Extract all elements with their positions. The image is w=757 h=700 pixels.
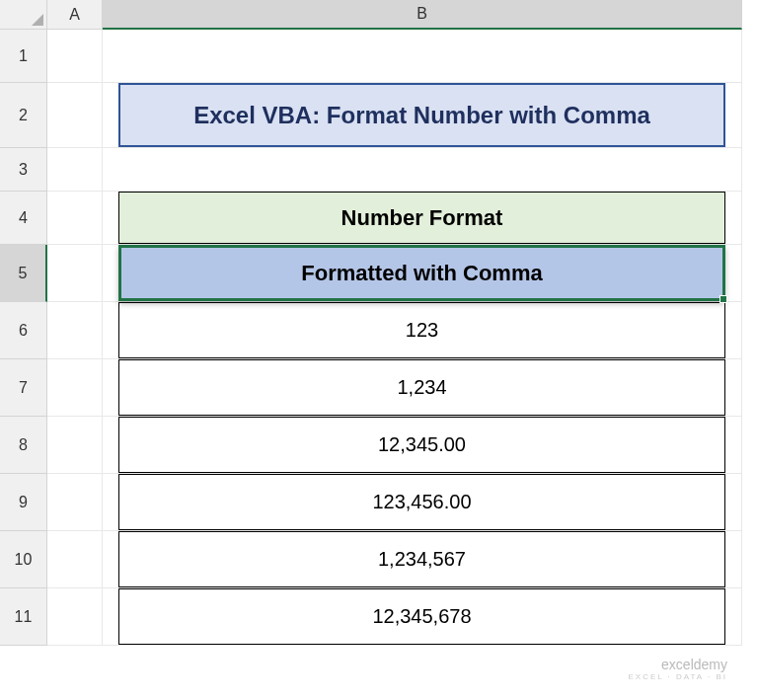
cell-b6-wrapper[interactable]: 123	[103, 302, 742, 359]
cell-b9-wrapper[interactable]: 123,456.00	[103, 474, 742, 531]
data-cell: 1,234,567	[118, 531, 725, 587]
data-cell: 123,456.00	[118, 474, 725, 530]
data-cell: 12,345.00	[118, 417, 725, 473]
cell-a3[interactable]	[47, 148, 103, 192]
row-header-6[interactable]: 6	[0, 302, 47, 359]
column-header-b[interactable]: B	[103, 0, 742, 30]
row-header-1[interactable]: 1	[0, 30, 47, 83]
fill-handle[interactable]	[719, 295, 727, 303]
cell-b10-wrapper[interactable]: 1,234,567	[103, 531, 742, 588]
cell-b2-wrapper[interactable]: Excel VBA: Format Number with Comma	[103, 83, 742, 148]
cell-a8[interactable]	[47, 417, 103, 474]
row-header-7[interactable]: 7	[0, 359, 47, 417]
data-cell: 1,234	[118, 359, 725, 416]
cell-a11[interactable]	[47, 588, 103, 646]
cell-b8-wrapper[interactable]: 12,345.00	[103, 417, 742, 474]
row-header-3[interactable]: 3	[0, 148, 47, 192]
cell-b1[interactable]	[103, 30, 742, 83]
title-cell: Excel VBA: Format Number with Comma	[118, 83, 725, 147]
cell-a1[interactable]	[47, 30, 103, 83]
cell-a9[interactable]	[47, 474, 103, 531]
row-header-10[interactable]: 10	[0, 531, 47, 588]
spreadsheet-body: 1 2 Excel VBA: Format Number with Comma …	[0, 30, 757, 646]
cell-a7[interactable]	[47, 359, 103, 417]
selected-cell-text: Formatted with Comma	[301, 261, 542, 286]
selected-cell: Formatted with Comma	[118, 245, 725, 301]
data-cell: 123	[118, 302, 725, 358]
cell-a2[interactable]	[47, 83, 103, 148]
row-header-5[interactable]: 5	[0, 245, 47, 302]
cell-b7-wrapper[interactable]: 1,234	[103, 359, 742, 417]
row-header-11[interactable]: 11	[0, 588, 47, 646]
row-header-2[interactable]: 2	[0, 83, 47, 148]
spreadsheet-header: A B	[0, 0, 757, 30]
table-header-cell: Number Format	[118, 192, 725, 244]
watermark-sub: EXCEL · DATA · BI	[628, 672, 727, 682]
row-header-8[interactable]: 8	[0, 417, 47, 474]
cell-a10[interactable]	[47, 531, 103, 588]
cell-a5[interactable]	[47, 245, 103, 302]
watermark-main: exceldemy	[628, 657, 727, 673]
column-header-a[interactable]: A	[47, 0, 103, 30]
cell-a4[interactable]	[47, 192, 103, 245]
cell-a6[interactable]	[47, 302, 103, 359]
data-cell: 12,345,678	[118, 588, 725, 645]
watermark: exceldemy EXCEL · DATA · BI	[628, 657, 727, 682]
cell-b5-wrapper[interactable]: Formatted with Comma	[103, 245, 742, 302]
row-header-9[interactable]: 9	[0, 474, 47, 531]
cell-b3[interactable]	[103, 148, 742, 192]
cell-b11-wrapper[interactable]: 12,345,678	[103, 588, 742, 646]
select-all-corner[interactable]	[0, 0, 47, 30]
row-header-4[interactable]: 4	[0, 192, 47, 245]
cell-b4-wrapper[interactable]: Number Format	[103, 192, 742, 245]
